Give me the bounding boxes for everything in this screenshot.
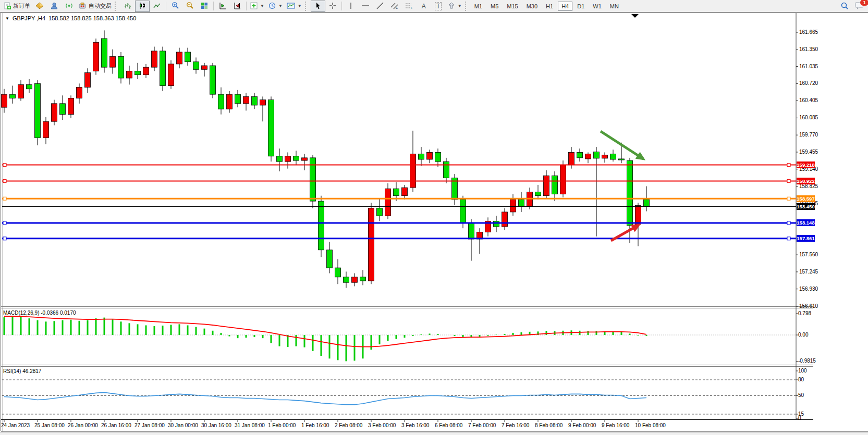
- candle-body: [502, 212, 508, 227]
- hline-right-handle[interactable]: [787, 164, 790, 167]
- candle-body: [135, 71, 141, 74]
- date-axis-label: 1 Feb 00:00: [268, 422, 296, 428]
- price-axis-label: 159.455: [799, 149, 818, 155]
- candle-body: [118, 56, 124, 78]
- candle-body: [85, 73, 91, 88]
- candle-body: [35, 83, 41, 138]
- candle-body: [235, 94, 241, 104]
- price-line-badge: 158.597: [797, 195, 815, 202]
- candle-body: [585, 154, 591, 159]
- autoscroll-marker-icon: [631, 14, 639, 18]
- hline-left-handle[interactable]: [3, 164, 6, 167]
- date-axis-label: 31 Jan 08:00: [235, 422, 265, 428]
- candle-body: [160, 51, 166, 86]
- date-axis-label: 7 Feb 16:00: [502, 422, 529, 428]
- candle-body: [177, 52, 182, 64]
- candle-body: [427, 152, 433, 159]
- date-axis-label: 6 Feb 08:00: [435, 422, 462, 428]
- price-line-badge: 159.218: [797, 161, 815, 168]
- collapse-triangle-icon[interactable]: ▼: [5, 16, 9, 21]
- candle-body: [569, 152, 574, 165]
- candle-body: [168, 64, 174, 86]
- chart-canvas: [0, 0, 868, 435]
- hline-left-handle[interactable]: [3, 237, 6, 240]
- candle-body: [610, 154, 616, 159]
- candle-body: [68, 98, 74, 114]
- date-axis-label: 3 Feb 00:00: [368, 422, 396, 428]
- candle-body: [77, 88, 82, 98]
- date-axis-label: 2 Feb 08:00: [335, 422, 362, 428]
- candle-body: [102, 39, 107, 67]
- hline-right-handle[interactable]: [787, 197, 790, 200]
- candle-body: [577, 152, 583, 157]
- candle-body: [285, 156, 291, 161]
- candle-body: [110, 56, 116, 67]
- candle-body: [52, 104, 57, 121]
- date-axis-label: 9 Feb 16:00: [602, 422, 629, 428]
- price-line-badge: 158.148: [797, 219, 815, 226]
- date-axis-label: 3 Feb 16:00: [401, 422, 429, 428]
- candle-body: [185, 52, 191, 62]
- price-axis-label: 160.405: [799, 97, 818, 103]
- candle-body: [193, 62, 199, 70]
- candle-body: [335, 268, 341, 277]
- candle-body: [369, 208, 374, 281]
- rsi-axis-label: 0: [798, 415, 801, 421]
- price-axis-label: 159.770: [799, 132, 818, 138]
- candle-body: [360, 277, 366, 281]
- candle-body: [444, 161, 449, 178]
- candle-body: [210, 66, 216, 94]
- price-axis-label: 156.930: [799, 286, 818, 292]
- candle-body: [152, 51, 157, 67]
- candle-body: [310, 158, 316, 201]
- candle-body: [494, 221, 499, 227]
- date-axis-label: 26 Jan 16:00: [101, 422, 131, 428]
- candle-body: [410, 154, 416, 188]
- candle-body: [635, 205, 641, 224]
- candle-body: [469, 223, 474, 239]
- candle-body: [243, 96, 249, 104]
- hline-right-handle[interactable]: [787, 179, 790, 182]
- hline-left-handle[interactable]: [3, 197, 6, 200]
- candle-body: [268, 100, 274, 156]
- chart-ohlc-values: 158.582 158.825 158.363 158.450: [48, 15, 136, 21]
- date-axis-label: 1 Feb 16:00: [301, 422, 329, 428]
- candle-body: [60, 104, 66, 115]
- hline-left-handle[interactable]: [3, 179, 6, 182]
- rsi-indicator-label: RSI(14) 46.2817: [3, 368, 41, 374]
- rsi-line: [4, 392, 646, 404]
- candle-body: [435, 152, 441, 161]
- candle-body: [644, 200, 650, 207]
- macd-axis-label: 0.798: [798, 310, 811, 316]
- down-trend-arrow-icon[interactable]: [601, 131, 643, 159]
- price-axis-label: 160.085: [799, 115, 818, 120]
- date-axis-label: 27 Jan 08:00: [135, 422, 165, 428]
- candle-body: [394, 189, 399, 196]
- candle-body: [18, 84, 24, 98]
- price-axis-label: 157.245: [799, 269, 818, 275]
- candle-body: [510, 200, 516, 212]
- date-axis-label: 30 Jan 16:00: [201, 422, 231, 428]
- date-axis-label: 7 Feb 00:00: [468, 422, 496, 428]
- hline-left-handle[interactable]: [3, 221, 6, 225]
- candle-body: [460, 200, 466, 223]
- candle-body: [385, 189, 391, 216]
- price-axis-label: 161.035: [799, 64, 818, 69]
- rsi-axis-label: 50: [798, 392, 804, 398]
- date-axis-label: 9 Feb 00:00: [568, 422, 596, 428]
- hline-right-handle[interactable]: [787, 221, 790, 225]
- candle-body: [327, 250, 333, 268]
- candle-body: [43, 121, 49, 138]
- chart-symbol-timeframe: GBPJPY-,H4: [13, 15, 45, 21]
- price-axis-label: 157.560: [799, 252, 818, 257]
- date-axis-label: 26 Jan 00:00: [68, 422, 98, 428]
- candle-body: [27, 84, 32, 89]
- candle-body: [10, 94, 16, 98]
- candle-body: [302, 158, 308, 160]
- date-axis-label: 25 Jan 08:00: [34, 422, 65, 428]
- price-axis-label: 160.720: [799, 80, 818, 86]
- candle-body: [143, 67, 149, 75]
- candle-body: [402, 188, 408, 196]
- hline-right-handle[interactable]: [787, 237, 790, 240]
- chart-title: ▼ GBPJPY-,H4 158.582 158.825 158.363 158…: [5, 15, 136, 21]
